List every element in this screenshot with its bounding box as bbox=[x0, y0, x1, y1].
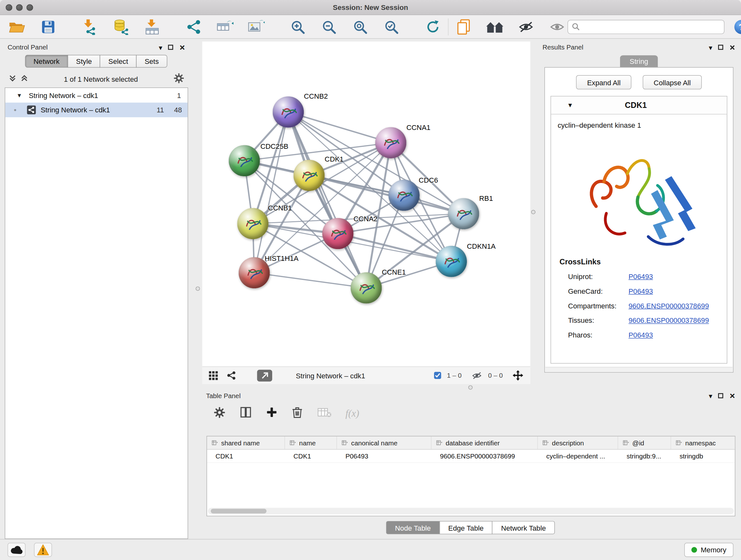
table-horizontal-scrollbar[interactable] bbox=[208, 508, 734, 514]
panel-menu-icon[interactable]: ▾ bbox=[709, 44, 712, 51]
network-node-cdc25b[interactable] bbox=[229, 145, 260, 177]
import-table-from-file-button[interactable] bbox=[142, 17, 162, 37]
crosslink-link[interactable]: P06493 bbox=[629, 272, 653, 280]
panel-close-icon[interactable]: ✕ bbox=[730, 392, 736, 399]
zoom-in-button[interactable] bbox=[287, 17, 308, 37]
table-cell[interactable]: 9606.ENSP00000378699 bbox=[431, 449, 538, 462]
network-canvas[interactable]: CCNB2CCNA1CDC25BCDK1CDC6RB1CCNB1CCNA2CDK… bbox=[202, 42, 530, 366]
table-row[interactable]: CDK1CDK1P064939606.ENSP00000378699cyclin… bbox=[207, 449, 735, 462]
import-network-from-file-button[interactable] bbox=[79, 17, 100, 37]
panel-float-icon[interactable] bbox=[718, 44, 724, 51]
network-row[interactable]: ● String Network – cdk1 11 48 bbox=[5, 103, 188, 117]
network-node-cdk1[interactable] bbox=[293, 160, 325, 191]
column-header-shared-name[interactable]: shared name bbox=[207, 436, 285, 449]
add-column-icon[interactable] bbox=[266, 407, 278, 420]
network-node-rb1[interactable] bbox=[448, 198, 479, 229]
network-overview-icon[interactable] bbox=[226, 370, 236, 380]
column-header-canonical-name[interactable]: canonical name bbox=[337, 436, 431, 449]
tab-network[interactable]: Network bbox=[25, 55, 68, 68]
zoom-fit-button[interactable] bbox=[350, 17, 370, 37]
column-header-name[interactable]: name bbox=[285, 436, 337, 449]
tab-style[interactable]: Style bbox=[68, 55, 100, 68]
panel-menu-icon[interactable]: ▾ bbox=[158, 44, 162, 51]
table-cell[interactable]: CDK1 bbox=[285, 449, 337, 462]
table-cell[interactable]: cyclin–dependent ... bbox=[538, 449, 618, 462]
export-image-button[interactable] bbox=[246, 17, 266, 37]
panel-close-icon[interactable]: ✕ bbox=[179, 44, 185, 51]
first-neighbors-button[interactable] bbox=[484, 17, 505, 37]
column-header-description[interactable]: description bbox=[538, 436, 618, 449]
network-node-cdkn1a[interactable] bbox=[435, 246, 467, 277]
crosslink-link[interactable]: P06493 bbox=[629, 287, 653, 295]
column-header--id[interactable]: @id bbox=[618, 436, 671, 449]
panel-float-icon[interactable] bbox=[168, 44, 174, 51]
pan-mode-icon[interactable] bbox=[512, 370, 524, 381]
network-edge[interactable] bbox=[254, 112, 288, 273]
new-network-button[interactable] bbox=[184, 17, 204, 37]
network-options-gear-icon[interactable] bbox=[173, 72, 184, 85]
collapse-all-button[interactable]: Collapse All bbox=[643, 75, 701, 89]
birdseye-view-icon[interactable] bbox=[209, 371, 218, 380]
network-edge[interactable] bbox=[309, 175, 463, 213]
hide-selected-button[interactable] bbox=[516, 17, 536, 37]
network-node-ccnb1[interactable] bbox=[237, 208, 268, 240]
panel-float-icon[interactable] bbox=[718, 392, 724, 399]
search-input[interactable] bbox=[583, 23, 720, 30]
table-settings-gear-icon[interactable] bbox=[213, 407, 225, 420]
table-cell[interactable]: CDK1 bbox=[207, 449, 285, 462]
protein-section-header[interactable]: ▼ CDK1 bbox=[551, 97, 727, 114]
expand-all-networks-icon[interactable] bbox=[20, 74, 28, 84]
section-expander-icon[interactable]: ▼ bbox=[567, 102, 573, 109]
splitter-handle[interactable] bbox=[531, 210, 535, 214]
scrollbar-thumb[interactable] bbox=[211, 509, 266, 513]
open-session-button[interactable] bbox=[7, 17, 27, 37]
tab-network-table[interactable]: Network Table bbox=[492, 521, 555, 534]
export-table-button[interactable] bbox=[214, 17, 235, 37]
save-session-button[interactable] bbox=[38, 17, 58, 37]
network-node-ccnb2[interactable] bbox=[273, 97, 304, 128]
panel-menu-icon[interactable]: ▾ bbox=[709, 392, 712, 399]
tree-expander-icon[interactable]: ▼ bbox=[17, 92, 22, 99]
table-cell[interactable]: stringdb:9... bbox=[618, 449, 671, 462]
column-header-namespac[interactable]: namespac bbox=[671, 436, 735, 449]
search-field[interactable] bbox=[567, 19, 724, 34]
collapse-all-networks-icon[interactable] bbox=[9, 74, 17, 84]
crosslink-link[interactable]: 9606.ENSP00000378699 bbox=[629, 302, 709, 310]
apply-layout-button[interactable] bbox=[422, 17, 443, 37]
splitter-handle[interactable] bbox=[468, 385, 473, 389]
network-edge[interactable] bbox=[288, 112, 366, 288]
network-collection-row[interactable]: ▼ String Network – cdk1 1 bbox=[5, 88, 188, 103]
panel-close-icon[interactable]: ✕ bbox=[730, 44, 736, 51]
show-columns-icon[interactable] bbox=[240, 406, 252, 420]
tab-string[interactable]: String bbox=[620, 55, 657, 67]
network-node-cdc6[interactable] bbox=[388, 180, 420, 211]
splitter-handle[interactable] bbox=[196, 287, 200, 291]
column-header-database-identifier[interactable]: database identifier bbox=[431, 436, 538, 449]
network-node-ccna1[interactable] bbox=[375, 127, 407, 159]
zoom-out-button[interactable] bbox=[319, 17, 339, 37]
memory-button[interactable]: Memory bbox=[684, 543, 733, 557]
network-node-ccna2[interactable] bbox=[322, 218, 354, 249]
tab-edge-table[interactable]: Edge Table bbox=[439, 521, 492, 534]
export-view-button[interactable] bbox=[257, 369, 272, 381]
table-cell[interactable]: stringdb bbox=[671, 449, 735, 462]
crosslink-link[interactable]: P06493 bbox=[629, 331, 653, 339]
network-node-ccne1[interactable] bbox=[351, 272, 382, 304]
tab-sets[interactable]: Sets bbox=[136, 55, 167, 68]
show-all-button[interactable] bbox=[547, 17, 567, 37]
crosslink-link[interactable]: 9606.ENSP00000378699 bbox=[629, 316, 709, 324]
hidden-eye-icon[interactable] bbox=[471, 371, 482, 379]
tab-select[interactable]: Select bbox=[100, 55, 137, 68]
warnings-button[interactable] bbox=[34, 543, 52, 557]
network-edge[interactable] bbox=[254, 273, 366, 288]
tab-node-table[interactable]: Node Table bbox=[386, 521, 440, 534]
expand-all-button[interactable]: Expand All bbox=[576, 75, 631, 89]
selected-checkbox-icon[interactable] bbox=[434, 372, 441, 379]
zoom-selected-button[interactable] bbox=[381, 17, 402, 37]
clone-network-button[interactable] bbox=[453, 17, 474, 37]
import-network-from-database-button[interactable] bbox=[111, 17, 131, 37]
results-horizontal-scrollbar[interactable] bbox=[545, 367, 732, 372]
help-button[interactable]: ? bbox=[731, 17, 741, 37]
table-cell[interactable]: P06493 bbox=[337, 449, 431, 462]
delete-column-icon[interactable] bbox=[292, 406, 303, 420]
